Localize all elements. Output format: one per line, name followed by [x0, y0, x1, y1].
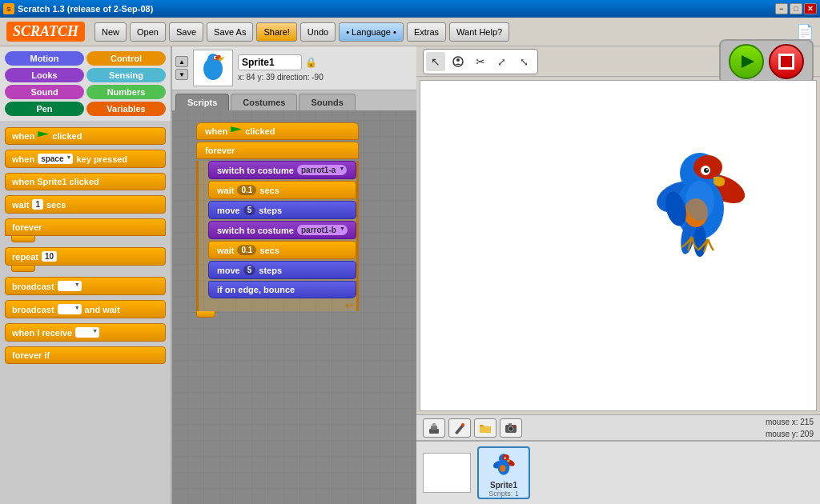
stage-bottom: mouse x: 215 mouse y: 209	[416, 414, 820, 440]
sprite1-name: Sprite1	[490, 481, 517, 490]
duplicate-tool[interactable]	[448, 52, 468, 71]
middle-panel: ▲ ▼ 🔒 x: 84 y: 39 d	[172, 46, 416, 504]
sb-move-1[interactable]: move 5 steps	[208, 201, 356, 219]
lock-icon: 🔒	[305, 57, 317, 68]
svg-point-18	[704, 168, 709, 173]
sb-forever-cap[interactable]: forever	[196, 142, 359, 159]
when-flag-clicked-block[interactable]: when clicked	[5, 127, 166, 145]
mouse-coords: mouse x: 215 mouse y: 209	[766, 416, 814, 440]
svg-rect-30	[508, 423, 512, 426]
cat-pen-button[interactable]: Pen	[5, 102, 84, 116]
repeat-block-container: repeat 10	[5, 247, 166, 272]
scratch-logo: SCRATCH	[6, 22, 85, 42]
sprite1-scripts: Scripts: 1	[488, 490, 519, 498]
bottom-tools	[423, 418, 522, 438]
tabs: Scripts Costumes Sounds	[172, 90, 416, 110]
cat-looks-button[interactable]: Looks	[5, 68, 84, 82]
svg-rect-27	[480, 426, 491, 433]
blocks-area: when clicked when space key pressed when…	[0, 121, 171, 504]
repeat-block[interactable]: repeat 10	[5, 247, 166, 266]
menu-bar: SCRATCH New Open Save Save As Share! Und…	[0, 18, 820, 46]
cut-tool[interactable]: ✂	[471, 52, 490, 71]
sb-move-2[interactable]: move 5 steps	[208, 261, 356, 279]
svg-point-7	[456, 58, 460, 62]
sprite-coords: x: 84 y: 39 direction: -90	[238, 73, 413, 82]
when-sprite-clicked-block[interactable]: when Sprite1 clicked	[5, 173, 166, 190]
tab-sounds[interactable]: Sounds	[299, 94, 355, 110]
save-as-button[interactable]: Save As	[207, 22, 253, 42]
new-button[interactable]: New	[94, 22, 127, 42]
sb-switch-costume-b[interactable]: switch to costume parrot1-b	[208, 221, 356, 239]
extras-button[interactable]: Extras	[407, 22, 446, 42]
cat-sensing-button[interactable]: Sensing	[86, 68, 166, 82]
camera-tool[interactable]	[500, 418, 522, 438]
wait-block[interactable]: wait 1 secs	[5, 195, 166, 214]
stop-button[interactable]	[769, 44, 804, 79]
pointer-tool[interactable]: ↖	[426, 52, 445, 71]
sb-switch-costume-a[interactable]: switch to costume parrot1-a	[208, 161, 356, 179]
close-button[interactable]: ✕	[804, 3, 817, 14]
sprite-name-input[interactable]	[238, 54, 302, 70]
category-grid: Motion Control Looks Sensing Sound Numbe…	[0, 46, 171, 121]
title-bar: S Scratch 1.3 (release of 2-Sep-08) − □ …	[0, 0, 820, 18]
sb-wait-1[interactable]: wait 0.1 secs	[208, 181, 356, 199]
stage[interactable]	[420, 80, 817, 411]
help-button[interactable]: Want Help?	[449, 22, 509, 42]
left-panel: Motion Control Looks Sensing Sound Numbe…	[0, 46, 172, 504]
cat-control-button[interactable]: Control	[86, 51, 166, 66]
open-button[interactable]: Open	[130, 22, 166, 42]
cat-variables-button[interactable]: Variables	[86, 102, 166, 116]
tool-group: ↖ ✂ ⤢ ⤡	[423, 49, 538, 74]
sprite-info-bar: ▲ ▼ 🔒 x: 84 y: 39 d	[172, 46, 416, 90]
nav-arrows: ▲ ▼	[175, 56, 188, 80]
sprite1-thumbnail[interactable]: Sprite1 Scripts: 1	[477, 446, 530, 499]
cat-numbers-button[interactable]: Numbers	[86, 85, 166, 99]
grow-tool[interactable]: ⤢	[493, 52, 512, 71]
page-icon[interactable]: 📄	[796, 23, 814, 41]
forever-if-block[interactable]: forever if	[5, 346, 166, 364]
when-i-receive-block[interactable]: when I receive	[5, 323, 166, 342]
maximize-button[interactable]: □	[790, 3, 802, 14]
repeat-tail	[11, 266, 35, 272]
broadcast-block[interactable]: broadcast	[5, 277, 166, 295]
stage-thumbnail[interactable]	[423, 453, 471, 493]
tab-costumes[interactable]: Costumes	[231, 94, 297, 110]
forever-wrap: forever switch to costume parrot1-a wait…	[196, 142, 359, 318]
run-button[interactable]	[729, 44, 764, 79]
stamp-tool[interactable]	[423, 418, 445, 438]
folder-tool[interactable]	[474, 418, 496, 438]
blocks-panel: when clicked when space key pressed when…	[0, 121, 171, 504]
tab-scripts[interactable]: Scripts	[175, 94, 229, 110]
app-icon: S	[3, 3, 14, 14]
window-title: Scratch 1.3 (release of 2-Sep-08)	[18, 4, 153, 14]
paint-tool[interactable]	[448, 418, 471, 438]
svg-point-39	[500, 465, 505, 472]
svg-text:⤢: ⤢	[497, 56, 506, 68]
main-layout: Motion Control Looks Sensing Sound Numbe…	[0, 46, 820, 504]
sb-when-clicked[interactable]: when clicked	[196, 122, 359, 140]
cat-motion-button[interactable]: Motion	[5, 51, 84, 66]
minimize-button[interactable]: −	[775, 3, 788, 14]
nav-up-arrow[interactable]: ▲	[175, 56, 188, 67]
svg-point-19	[706, 169, 708, 170]
cat-sound-button[interactable]: Sound	[5, 85, 84, 99]
svg-point-5	[215, 57, 217, 58]
sb-bounce[interactable]: if on edge, bounce	[208, 281, 356, 298]
language-button[interactable]: • Language •	[339, 22, 404, 42]
script-group: when clicked forever switch to costume p…	[196, 122, 359, 318]
save-button[interactable]: Save	[169, 22, 203, 42]
right-stage-area: ↖ ✂ ⤢ ⤡	[416, 46, 820, 504]
forever-block[interactable]: forever	[5, 218, 166, 236]
svg-point-26	[461, 423, 464, 426]
sb-wait-2[interactable]: wait 0.1 secs	[208, 241, 356, 259]
mouse-x-value: 215	[800, 418, 814, 426]
svg-point-31	[514, 426, 516, 427]
nav-down-arrow[interactable]: ▼	[175, 69, 188, 80]
scripts-canvas[interactable]: when clicked forever switch to costume p…	[172, 110, 416, 504]
broadcast-and-wait-block[interactable]: broadcast and wait	[5, 300, 166, 318]
share-button[interactable]: Share!	[256, 22, 296, 42]
mouse-x-label: mouse x:	[766, 418, 800, 426]
undo-button[interactable]: Undo	[300, 22, 336, 42]
when-key-pressed-block[interactable]: when space key pressed	[5, 150, 166, 168]
shrink-tool[interactable]: ⤡	[516, 52, 535, 71]
